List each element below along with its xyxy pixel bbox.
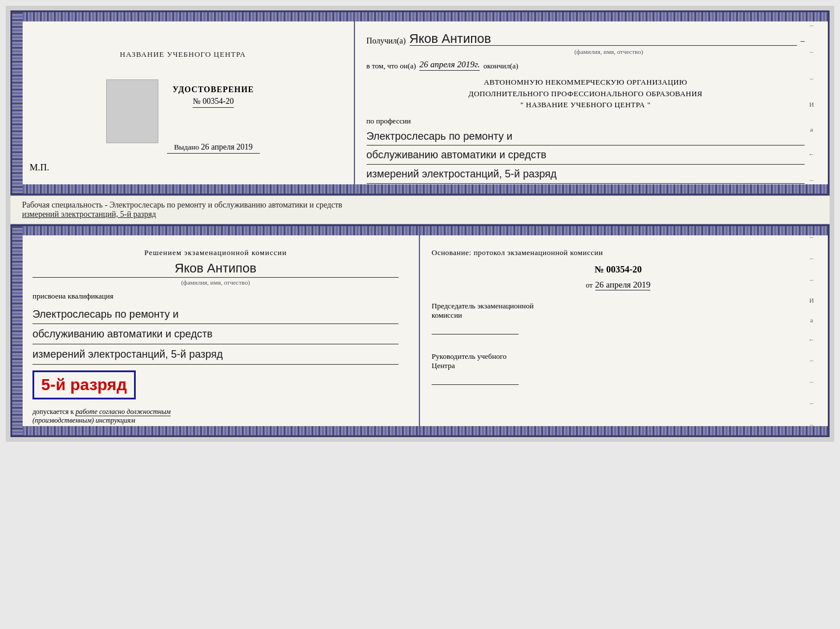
dopusk-text: работе согласно должностным (75, 408, 171, 416)
razryad-badge: 5-й разряд (32, 370, 136, 399)
dopuskaetsya-label: допускается к (32, 408, 74, 416)
profession-top: Электрослесарь по ремонту и обслуживанию… (367, 128, 805, 184)
middle-text-content: Рабочая специальность - Электрослесарь п… (22, 201, 342, 209)
middle-text-strip: Рабочая специальность - Электрослесарь п… (10, 195, 830, 224)
org-line3: " НАЗВАНИЕ УЧЕБНОГО ЦЕНТРА " (367, 99, 805, 111)
recipient-name-top: Яков Антипов (410, 32, 797, 46)
org-block: АВТОНОМНУЮ НЕКОММЕРЧЕСКУЮ ОРГАНИЗАЦИЮ ДО… (367, 77, 805, 111)
qualification-text: Электрослесарь по ремонту и обслуживанию… (32, 306, 399, 365)
protocol-number: № 00354-20 (432, 264, 805, 275)
okonchil-label: окончил(а) (483, 61, 518, 71)
poluchil-line: Получил(а) Яков Антипов – (367, 32, 805, 46)
org-line1: АВТОНОМНУЮ НЕКОММЕРЧЕСКУЮ ОРГАНИЗАЦИЮ (367, 77, 805, 88)
fio-sub-bottom: (фамилия, имя, отчество) (32, 279, 399, 286)
udostoverenie-block: УДОСТОВЕРЕНИЕ № 00354-20 (173, 85, 254, 108)
org-line2: ДОПОЛНИТЕЛЬНОГО ПРОФЕССИОНАЛЬНОГО ОБРАЗО… (367, 88, 805, 100)
fio-subtitle-top: (фамилия, имя, отчество) (413, 48, 805, 55)
dopusk-text2: (производственным) инструкциям (32, 416, 399, 425)
vtom-line: в том, что он(а) 26 апреля 2019г. окончи… (367, 60, 805, 71)
page-wrapper: НАЗВАНИЕ УЧЕБНОГО ЦЕНТРА УДОСТОВЕРЕНИЕ №… (6, 6, 834, 442)
predsedatel-block: Председатель экзаменационной комиссии (432, 301, 805, 335)
protocol-date: 26 апреля 2019 (595, 280, 651, 290)
vydano-date: 26 апреля 2019 (201, 143, 252, 151)
profession-line3: измерений электростанций, 5-й разряд (367, 166, 805, 184)
certificate-number: № 00354-20 (193, 97, 234, 108)
resheniem-label: Решением экзаменационной комиссии (32, 248, 399, 257)
person-name-bottom: Яков Антипов (32, 261, 399, 278)
rukovoditel-signature-line (432, 373, 519, 385)
right-margin-indicators: – – – И а ← – (808, 12, 815, 194)
completion-date: 26 апреля 2019г. (419, 60, 480, 71)
predsedatel-label: Председатель экзаменационной (432, 301, 805, 311)
udostoverenie-title: УДОСТОВЕРЕНИЕ (173, 85, 254, 94)
bottom-left-decorative-border (12, 226, 23, 435)
top-certificate: НАЗВАНИЕ УЧЕБНОГО ЦЕНТРА УДОСТОВЕРЕНИЕ №… (10, 10, 830, 195)
bottom-right-margin-indicators: – – – И а ← – – – – (808, 226, 815, 435)
qual-line3: измерений электростанций, 5-й разряд (32, 346, 399, 365)
bottom-cert-left-panel: Решением экзаменационной комиссии Яков А… (12, 226, 420, 435)
school-name-top: НАЗВАНИЕ УЧЕБНОГО ЦЕНТРА (120, 44, 246, 65)
top-cert-right-panel: Получил(а) Яков Антипов – (фамилия, имя,… (355, 12, 828, 194)
po-professii-label: по профессии (367, 117, 805, 126)
rukovoditel-label: Руководитель учебного (432, 352, 805, 361)
predsedatel-sub: комиссии (432, 311, 805, 320)
profession-line1: Электрослесарь по ремонту и (367, 128, 805, 146)
top-cert-left-panel: НАЗВАНИЕ УЧЕБНОГО ЦЕНТРА УДОСТОВЕРЕНИЕ №… (12, 12, 355, 194)
dopuskaetsya-block: допускается к работе согласно должностны… (32, 408, 399, 416)
prisvoena-label: присвоена квалификация (32, 292, 399, 301)
profession-line2: обслуживанию автоматики и средств (367, 147, 805, 165)
rukovoditel-sub: Центра (432, 361, 805, 370)
predsedatel-signature-line (432, 323, 519, 335)
vydano-label: Выдано (174, 143, 199, 151)
ot-date-block: от 26 апреля 2019 (432, 279, 805, 290)
osnovanie-label: Основание: протокол экзаменационной коми… (432, 248, 805, 257)
razryad-number: 5-й разряд (41, 376, 127, 394)
rukovoditel-block: Руководитель учебного Центра (432, 352, 805, 385)
qual-line1: Электрослесарь по ремонту и (32, 306, 399, 325)
vtom-label: в том, что он(а) (367, 61, 417, 71)
photo-placeholder (106, 79, 158, 143)
vydano-block: Выдано 26 апреля 2019 (167, 143, 260, 154)
middle-text-content2: измерений электростанций, 5-й разряд (22, 210, 156, 219)
left-decorative-border (12, 12, 23, 194)
bottom-cert-right-panel: Основание: протокол экзаменационной коми… (420, 226, 828, 435)
ot-label: от (586, 281, 593, 289)
mp-label: М.П. (27, 162, 49, 173)
qual-line2: обслуживанию автоматики и средств (32, 325, 399, 344)
bottom-certificate: Решением экзаменационной комиссии Яков А… (10, 224, 830, 437)
poluchil-label: Получил(а) (367, 37, 406, 46)
